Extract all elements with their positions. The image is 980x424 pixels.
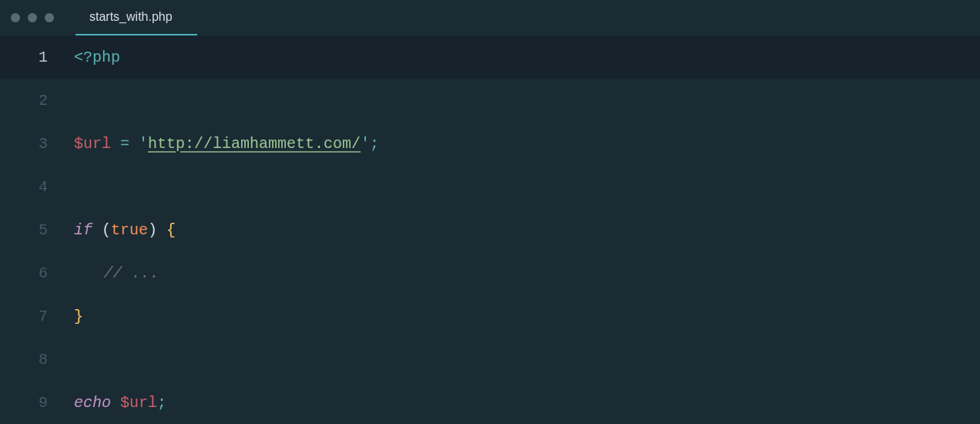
comment: // ... xyxy=(103,264,159,282)
code-line: 1 <?php xyxy=(0,35,980,79)
semicolon: ; xyxy=(157,394,166,412)
quote: ' xyxy=(139,135,148,153)
code-content: } xyxy=(74,308,83,325)
space xyxy=(92,221,102,239)
line-number: 3 xyxy=(0,135,74,153)
code-content: // ... xyxy=(74,264,159,282)
brace-open: { xyxy=(166,221,176,239)
zoom-icon[interactable] xyxy=(45,13,54,22)
paren-open: ( xyxy=(102,221,111,239)
keyword-if: if xyxy=(74,221,92,239)
code-line: 3 $url = 'http://liamhammett.com/'; xyxy=(0,122,980,165)
code-line: 8 xyxy=(0,338,980,381)
code-line: 2 xyxy=(0,79,980,122)
php-open-tag: < xyxy=(74,49,83,66)
code-content: $url = 'http://liamhammett.com/'; xyxy=(74,135,379,153)
minimize-icon[interactable] xyxy=(28,13,37,22)
line-number: 7 xyxy=(0,308,74,325)
line-number: 9 xyxy=(0,394,74,412)
close-icon[interactable] xyxy=(11,13,20,22)
keyword-echo: echo xyxy=(74,394,111,412)
line-number: 5 xyxy=(0,221,74,239)
title-bar: starts_with.php xyxy=(0,0,980,35)
code-line: 9 echo $url; xyxy=(0,381,980,424)
const-true: true xyxy=(111,221,148,239)
window-controls xyxy=(11,13,54,22)
line-number: 1 xyxy=(0,49,74,66)
line-number: 2 xyxy=(0,92,74,109)
paren-close: ) xyxy=(148,221,157,239)
php-open-q: ? xyxy=(83,49,92,66)
code-line: 5 if (true) { xyxy=(0,208,980,251)
line-number: 4 xyxy=(0,178,74,196)
brace-close: } xyxy=(74,308,83,325)
space xyxy=(111,394,120,412)
variable: $url xyxy=(120,394,157,412)
semicolon: ; xyxy=(370,135,379,153)
variable: $url xyxy=(74,135,111,153)
tab-file[interactable]: starts_with.php xyxy=(76,0,197,35)
php-open-word: php xyxy=(92,49,120,66)
line-number: 8 xyxy=(0,351,74,368)
code-line: 4 xyxy=(0,165,980,208)
quote: ' xyxy=(361,135,370,153)
code-line: 6 // ... xyxy=(0,251,980,294)
tab-label: starts_with.php xyxy=(89,10,173,24)
code-content: echo $url; xyxy=(74,394,166,412)
code-line: 7 } xyxy=(0,294,980,338)
operator: = xyxy=(111,135,139,153)
code-content: if (true) { xyxy=(74,221,176,239)
string-url: http://liamhammett.com/ xyxy=(148,135,361,153)
space xyxy=(157,221,166,239)
code-editor[interactable]: 1 <?php 2 3 $url = 'http://liamhammett.c… xyxy=(0,35,980,424)
line-number: 6 xyxy=(0,264,74,282)
code-content: <?php xyxy=(74,49,120,66)
